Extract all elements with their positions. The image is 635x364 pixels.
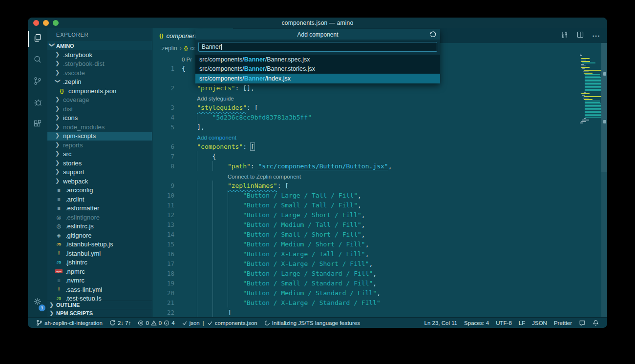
tree-item-label: components.json [68, 87, 116, 95]
tree-item-label: stories [63, 160, 82, 167]
indent [182, 259, 197, 268]
quick-input-item[interactable]: src/components/Banner/Banner.spec.jsx [195, 55, 440, 64]
eslint-icon: ◎ [55, 223, 63, 229]
source-control-activity-button[interactable] [28, 71, 47, 93]
outline-section-header[interactable]: ❯ OUTLINE [47, 301, 152, 309]
code-line-11: 11"Button / Small / Tall / Fill", [152, 200, 579, 210]
tree-item-coverage[interactable]: ❯coverage [47, 96, 152, 105]
codelens[interactable]: Add component [152, 132, 579, 142]
status-item-lf[interactable]: LF [515, 318, 529, 328]
tree-item--test-setup-js[interactable]: JS.test-setup.js [47, 294, 152, 301]
indent [182, 151, 197, 161]
tree-item-stories[interactable]: ❯stories [47, 159, 152, 168]
tree-item-src[interactable]: ❯src [47, 150, 152, 159]
indent [182, 229, 197, 239]
quick-input-field[interactable]: Banner [198, 42, 437, 52]
indent-guide [228, 268, 243, 278]
tree-item--arcconfig[interactable]: ≡.arcconfig [47, 186, 152, 195]
tree-item-webpack[interactable]: ❯webpack [47, 177, 152, 186]
tree-item--jshintrc[interactable]: JS.jshintrc [47, 258, 152, 267]
token: , [361, 211, 365, 219]
status-item-problems[interactable]: 004 [134, 318, 178, 328]
token: , [361, 221, 365, 228]
tree-item--npmrc[interactable]: npm.npmrc [47, 267, 152, 276]
token: , [373, 280, 377, 287]
title-bar: components.json — amino [28, 18, 607, 28]
indent-guide [228, 239, 243, 249]
indent-guide [197, 181, 212, 190]
tree-item-icons[interactable]: ❯icons [47, 114, 152, 123]
code-area[interactable]: 0 Pr1{2"projects": [],Add styleguide3"st… [152, 54, 579, 317]
explorer-activity-button[interactable] [28, 28, 47, 50]
quick-input-item[interactable]: src/components/Banner/index.jsx [195, 74, 440, 83]
tree-item--eslintignore[interactable]: ◎.eslintignore [47, 213, 152, 222]
npm-scripts-section-header[interactable]: ❯ NPM SCRIPTS [47, 309, 152, 317]
tree-item--zeplin[interactable]: ❯.zeplin [47, 78, 152, 87]
indent-guide [197, 220, 212, 229]
tree-item-node-modules[interactable]: ❯node_modules [47, 122, 152, 132]
tree-item--storybook[interactable]: ❯.storybook [47, 50, 152, 60]
tree-item--eslintrc-js[interactable]: ◎.eslintrc.js [47, 222, 152, 231]
tree-item--storybook-dist[interactable]: ❯.storybook-dist [47, 60, 152, 69]
tree-item--vscode[interactable]: ❯.vscode [47, 68, 152, 78]
indent [182, 190, 197, 200]
extensions-activity-button[interactable] [28, 114, 47, 136]
undo-icon[interactable] [429, 31, 437, 40]
scrollbar-slider[interactable] [601, 43, 607, 172]
tree-item--istanbul-yml[interactable]: !.istanbul.yml [47, 249, 152, 258]
status-item-sync[interactable]: 2↓ 7↑ [106, 318, 135, 328]
feedback-smiley-icon[interactable] [575, 318, 589, 328]
line-content: { [182, 63, 186, 73]
manage-button[interactable]: 1 [28, 292, 47, 313]
indent-guide [197, 239, 212, 249]
tree-item-label: .nvmrc [65, 277, 85, 284]
more-actions-icon[interactable]: ⋯ [592, 31, 600, 40]
tree-item-npm-scripts[interactable]: ❯npm-scripts [47, 132, 152, 141]
line-number: 14 [152, 231, 182, 238]
status-item-prettier[interactable]: Prettier [550, 318, 575, 328]
split-editor-icon[interactable] [576, 31, 584, 40]
tree-item-reports[interactable]: ❯reports [47, 141, 152, 150]
status-item-ln-23-col-11[interactable]: Ln 23, Col 11 [421, 318, 461, 328]
indent-guide [212, 239, 228, 249]
tree-item--sass-lint-yml[interactable]: !.sass-lint.yml [47, 285, 152, 294]
token: , [369, 260, 373, 267]
tree-item--gitignore[interactable]: ◈.gitignore [47, 231, 152, 240]
files-icon [32, 33, 43, 45]
line-number: 10 [152, 192, 182, 199]
indent [182, 161, 197, 171]
status-item-validators[interactable]: json|components.json [178, 318, 261, 328]
status-item-branch[interactable]: ah-zeplin-cli-integration [33, 318, 106, 328]
yaml-file-icon: ! [55, 286, 63, 292]
debug-activity-button[interactable] [28, 93, 47, 114]
tree-item--esformatter[interactable]: ≡.esformatter [47, 204, 152, 213]
minimap-line [579, 122, 601, 124]
status-item-spaces-4[interactable]: Spaces: 4 [461, 318, 492, 328]
tree-item-label: .vscode [63, 69, 85, 77]
breadcrumb-folder[interactable]: .zeplin [160, 45, 177, 52]
debug-icon [32, 97, 43, 110]
indent-guide [197, 190, 212, 200]
open-changes-icon[interactable] [560, 31, 569, 41]
status-item-json[interactable]: JSON [529, 318, 550, 328]
token: ] [228, 309, 232, 316]
search-activity-button[interactable] [28, 50, 47, 71]
minimap[interactable] [579, 54, 601, 317]
tree-item--nvmrc[interactable]: ≡.nvmrc [47, 276, 152, 285]
folder-root-row[interactable]: ❯ AMINO [47, 41, 152, 50]
tree-item-components-json[interactable]: {}components.json [47, 86, 152, 96]
quick-input-item[interactable]: src/components/Banner/Banner.stories.jsx [195, 64, 440, 74]
tree-item-support[interactable]: ❯support [47, 168, 152, 177]
code-line-9: 9"zeplinNames": [ [152, 181, 579, 190]
status-item-spinner[interactable]: Initializing JS/TS language features [261, 318, 363, 328]
tree-item--arclint[interactable]: ≡.arclint [47, 195, 152, 204]
indent-guide [212, 161, 228, 171]
notifications-bell-icon[interactable] [589, 318, 602, 328]
tree-item-dist[interactable]: ❯dist [47, 104, 152, 114]
line-number: 8 [152, 162, 182, 170]
token: : [251, 162, 258, 170]
tree-item--istanbul-setup-js[interactable]: JS.istanbul-setup.js [47, 240, 152, 249]
text-cursor [221, 44, 222, 50]
overview-ruler[interactable] [601, 43, 607, 317]
status-item-utf-8[interactable]: UTF-8 [492, 318, 515, 328]
